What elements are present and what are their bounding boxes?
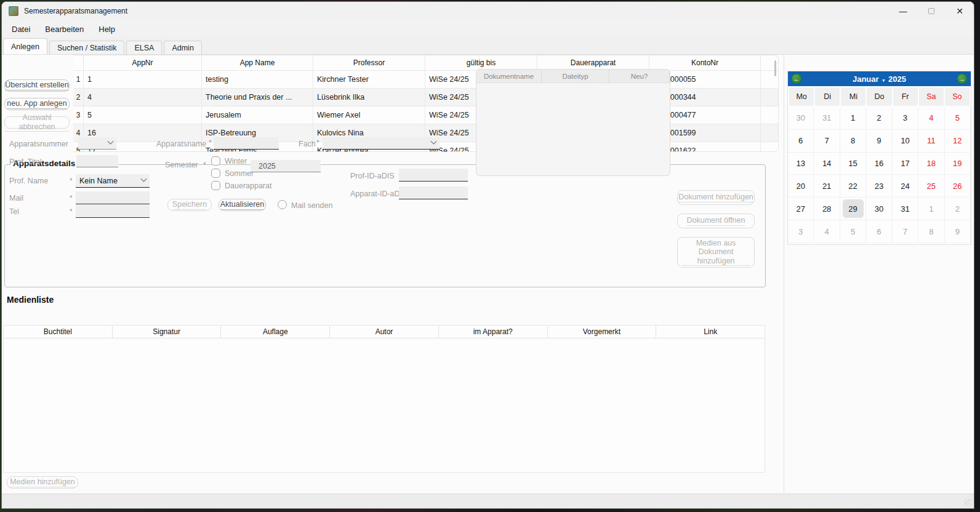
- calendar-day[interactable]: 3: [788, 220, 814, 243]
- calendar-day-selected[interactable]: 29: [840, 198, 866, 220]
- media-column-header[interactable]: Vorgemerkt: [548, 326, 657, 338]
- calendar-day[interactable]: 6: [866, 220, 892, 243]
- dokument-hinzufuegen-button[interactable]: Dokument hinzufügen: [677, 190, 755, 205]
- apps-column-header[interactable]: AppNr: [84, 55, 202, 70]
- calendar-day[interactable]: 4: [918, 107, 944, 130]
- apps-column-header[interactable]: App Name: [202, 55, 313, 70]
- media-column-header[interactable]: Buchtitel: [4, 326, 113, 338]
- table-scrollbar-thumb[interactable]: [774, 60, 776, 76]
- doc-column-header[interactable]: Dateityp: [542, 70, 609, 82]
- calendar-day[interactable]: 26: [945, 175, 971, 198]
- calendar-day[interactable]: 31: [893, 198, 918, 220]
- calendar-day[interactable]: 8: [918, 220, 944, 243]
- calendar-day[interactable]: 16: [866, 153, 892, 175]
- winter-checkbox[interactable]: [211, 156, 220, 166]
- fach-dropdown[interactable]: [323, 137, 440, 150]
- apps-table-row[interactable]: 24Theorie und Praxis der ...Lüsebrink Il…: [73, 88, 778, 106]
- tab-elsa[interactable]: ELSA: [126, 41, 162, 54]
- calendar-day[interactable]: 20: [788, 175, 814, 198]
- minimize-button[interactable]: —: [889, 2, 917, 20]
- close-button[interactable]: ✕: [946, 2, 974, 20]
- calendar-day[interactable]: 10: [893, 130, 918, 153]
- calendar-title[interactable]: Januar▾ 2025: [853, 74, 906, 84]
- media-column-header[interactable]: Link: [656, 326, 765, 338]
- calendar-day[interactable]: 31: [814, 107, 840, 130]
- calendar-day[interactable]: 24: [893, 175, 918, 198]
- apps-column-header[interactable]: gültig bis: [425, 55, 537, 70]
- tel-field[interactable]: [76, 205, 150, 218]
- calendar-day[interactable]: 9: [866, 130, 892, 153]
- calendar-day[interactable]: 11: [918, 130, 944, 153]
- calendar-day[interactable]: 15: [840, 153, 866, 175]
- calendar-day[interactable]: 19: [945, 153, 971, 175]
- calendar-day[interactable]: 21: [814, 175, 840, 198]
- doc-column-header[interactable]: Dokumentname: [476, 70, 542, 82]
- medien-hinzufuegen-button[interactable]: Medien hinzufügen: [7, 476, 78, 489]
- dokument-oeffnen-button[interactable]: Dokument öffnen: [677, 214, 755, 228]
- calendar-next-icon[interactable]: →: [957, 74, 967, 84]
- calendar-day[interactable]: 2: [866, 107, 892, 130]
- mail-field[interactable]: [76, 191, 150, 204]
- auswahl-abbrechen-button[interactable]: Auswahl abbrechen: [4, 116, 70, 129]
- calendar-day[interactable]: 5: [840, 220, 866, 243]
- calendar-day[interactable]: 23: [866, 175, 892, 198]
- calendar-day[interactable]: 12: [945, 130, 971, 153]
- semester-year-field[interactable]: 2025: [251, 160, 321, 172]
- calendar-day[interactable]: 14: [814, 153, 840, 175]
- menu-datei[interactable]: Datei: [4, 22, 38, 36]
- tab-suchen-statistik[interactable]: Suchen / Statistik: [49, 41, 125, 54]
- menu-help[interactable]: Help: [91, 22, 122, 36]
- menu-bearbeiten[interactable]: Bearbeiten: [38, 22, 91, 36]
- tab-anlegen[interactable]: Anlegen: [3, 38, 47, 54]
- calendar-day[interactable]: 18: [918, 153, 944, 175]
- resize-grip-icon[interactable]: [964, 498, 973, 507]
- calendar-day[interactable]: 2: [945, 198, 971, 220]
- prof-id-adis-field[interactable]: [399, 169, 468, 182]
- speichern-button[interactable]: Speichern: [167, 199, 212, 211]
- medien-aus-dokument-button[interactable]: Medien aus Dokument hinzufügen: [677, 237, 755, 268]
- calendar-day[interactable]: 30: [788, 107, 814, 130]
- calendar-day[interactable]: 27: [788, 198, 814, 220]
- media-column-header[interactable]: im Apparat?: [439, 326, 548, 338]
- media-column-header[interactable]: Auflage: [221, 326, 330, 338]
- calendar-day[interactable]: 5: [945, 107, 971, 130]
- calendar-day[interactable]: 9: [945, 220, 971, 243]
- neue-app-anlegen-button[interactable]: neu. App anlegen: [4, 98, 70, 110]
- maximize-button[interactable]: [917, 2, 946, 20]
- calendar-day[interactable]: 7: [814, 130, 840, 153]
- apps-table-row[interactable]: 11testingKirchner TesterWiSe 24/25Nein10…: [73, 70, 778, 88]
- prof-name-dropdown[interactable]: Kein Name: [76, 174, 150, 188]
- uebersicht-erstellen-button[interactable]: Übersicht erstellen: [4, 79, 70, 92]
- calendar-day[interactable]: 17: [893, 153, 918, 175]
- doc-column-header[interactable]: Neu?: [609, 70, 670, 82]
- calendar-day[interactable]: 13: [788, 153, 814, 175]
- dauerapparat-checkbox[interactable]: [211, 181, 220, 190]
- calendar-day[interactable]: 30: [866, 198, 892, 220]
- calendar-prev-icon[interactable]: ←: [792, 74, 801, 84]
- tab-admin[interactable]: Admin: [164, 41, 201, 54]
- calendar-day[interactable]: 8: [840, 130, 866, 153]
- sommer-checkbox[interactable]: [211, 169, 220, 178]
- apps-column-header[interactable]: Dauerapparat: [537, 55, 649, 70]
- calendar-day[interactable]: 1: [918, 198, 944, 220]
- calendar-day[interactable]: 22: [840, 175, 866, 198]
- apparatsnummer-dropdown[interactable]: [78, 137, 116, 150]
- calendar-day[interactable]: 7: [893, 220, 918, 243]
- calendar-day[interactable]: 6: [788, 130, 814, 153]
- media-column-header[interactable]: Autor: [330, 326, 439, 338]
- apparat-id-adis-field[interactable]: [399, 186, 468, 199]
- prof-titel-field[interactable]: [76, 155, 118, 167]
- calendar-day[interactable]: 1: [840, 107, 866, 130]
- apps-column-header[interactable]: KontoNr: [649, 55, 761, 70]
- media-column-header[interactable]: Signatur: [113, 326, 222, 338]
- calendar-day[interactable]: 4: [814, 220, 840, 243]
- apps-column-header[interactable]: Professor: [313, 55, 425, 70]
- calendar-day[interactable]: 3: [893, 107, 918, 130]
- aktualisieren-button[interactable]: Aktualisieren: [219, 199, 266, 211]
- apparatsname-field[interactable]: [214, 137, 279, 150]
- day-number: 15: [843, 154, 864, 173]
- calendar-day[interactable]: 25: [918, 175, 944, 198]
- apps-table-row[interactable]: 35JerusalemWiemer AxelWiSe 24/25Nein1008…: [73, 106, 778, 124]
- mail-senden-checkbox[interactable]: [278, 200, 287, 209]
- calendar-day[interactable]: 28: [814, 198, 840, 220]
